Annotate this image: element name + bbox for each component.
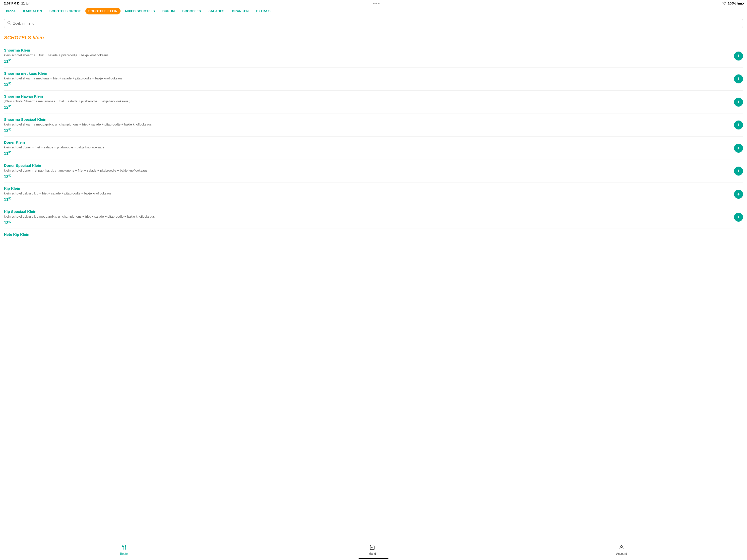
add-item-button[interactable]: +: [734, 121, 743, 129]
menu-item-desc: klein schotel shoarma + friet + salade +…: [4, 53, 730, 57]
category-nav[interactable]: PIZZAKAPSALONSCHOTELS grootSCHOTELS klei…: [0, 6, 747, 16]
battery-icon: [738, 2, 743, 5]
nav-item-salades[interactable]: SALADES: [205, 8, 227, 15]
menu-item-content: Shoarma Klein klein schotel shoarma + fr…: [4, 48, 734, 64]
menu-item-content: Kip Speciaal Klein klein schotel gekruid…: [4, 209, 734, 225]
menu-list: Shoarma Klein klein schotel shoarma + fr…: [4, 45, 743, 241]
nav-item-extras[interactable]: EXTRA'S: [253, 8, 274, 15]
add-item-button[interactable]: +: [734, 190, 743, 199]
status-right: 100%: [722, 1, 743, 5]
menu-item: Kip Klein klein schotel gekruid kip + fr…: [4, 183, 743, 206]
menu-item: Doner Speciaal Klein klein schotel doner…: [4, 160, 743, 183]
nav-item-broodjes[interactable]: BROODJES: [179, 8, 204, 15]
menu-item-content: Shoarma Speciaal Klein klein schotel sho…: [4, 117, 734, 133]
add-item-button[interactable]: +: [734, 213, 743, 222]
menu-item-desc: klein schotel doner + friet + salade + p…: [4, 145, 730, 150]
menu-item: Shoarma Hawaii Klein ;Klein schotel Shoa…: [4, 91, 743, 114]
menu-item-content: Doner Speciaal Klein klein schotel doner…: [4, 163, 734, 179]
menu-item-desc: klein schotel gekruid kip + friet + sala…: [4, 191, 730, 196]
menu-item-desc: klein schotel shoarma met kaas + friet +…: [4, 76, 730, 81]
menu-item-content: Shoarma Hawaii Klein ;Klein schotel Shoa…: [4, 94, 734, 110]
menu-item-price: 1150: [4, 59, 730, 64]
menu-item: Shoarma Speciaal Klein klein schotel sho…: [4, 114, 743, 137]
menu-item-name: Doner Speciaal Klein: [4, 163, 730, 168]
nav-item-mixed-schotels[interactable]: MIXED Schotels: [122, 8, 158, 15]
menu-item-price: 1350: [4, 174, 730, 179]
menu-item-desc: ;Klein schotel Shoarma met ananas + frie…: [4, 99, 730, 104]
menu-item: Shoarma met kaas Klein klein schotel sho…: [4, 68, 743, 91]
nav-item-dranken[interactable]: DRANKEN: [229, 8, 252, 15]
menu-item: Shoarma Klein klein schotel shoarma + fr…: [4, 45, 743, 68]
menu-item: Doner Klein klein schotel doner + friet …: [4, 137, 743, 160]
nav-item-durum[interactable]: DURUM: [159, 8, 178, 15]
menu-item-content: Shoarma met kaas Klein klein schotel sho…: [4, 71, 734, 87]
menu-item-name: Shoarma Klein: [4, 48, 730, 52]
nav-item-schotels-klein[interactable]: SCHOTELS klein: [85, 8, 121, 15]
menu-item: Kip Speciaal Klein klein schotel gekruid…: [4, 206, 743, 229]
menu-item-name: Shoarma met kaas Klein: [4, 71, 730, 75]
menu-item-price: 1350: [4, 220, 730, 225]
menu-item-name: Doner Klein: [4, 140, 730, 145]
menu-item-price: 1250: [4, 105, 730, 110]
menu-item-price: 1250: [4, 82, 730, 87]
menu-item-price: 1150: [4, 197, 730, 202]
section-title: SCHOTELS klein: [4, 35, 743, 41]
search-bar: [0, 16, 747, 31]
menu-item-name: Shoarma Speciaal Klein: [4, 117, 730, 122]
nav-item-schotels-groot[interactable]: SCHOTELS groot: [46, 8, 84, 15]
menu-item: Hete Kip Klein: [4, 229, 743, 241]
menu-item-desc: klein schotel doner met paprika, ui, cha…: [4, 168, 730, 173]
search-icon: [7, 21, 11, 26]
add-item-button[interactable]: +: [734, 167, 743, 176]
menu-item-name: Shoarma Hawaii Klein: [4, 94, 730, 98]
menu-item-content: Doner Klein klein schotel doner + friet …: [4, 140, 734, 156]
status-center-dots: [373, 3, 380, 4]
menu-item-price: 1150: [4, 151, 730, 156]
search-input[interactable]: [13, 21, 740, 25]
wifi-icon: [722, 1, 726, 5]
menu-item-content: Kip Klein klein schotel gekruid kip + fr…: [4, 186, 734, 202]
menu-item-name: Hete Kip Klein: [4, 232, 739, 236]
battery-percent: 100%: [728, 1, 736, 5]
menu-item-desc: klein schotel gekruid kip met paprika, u…: [4, 214, 730, 219]
add-item-button[interactable]: +: [734, 52, 743, 60]
status-bar: 2:07 PM Di 11 jul. 100%: [0, 0, 747, 6]
menu-item-name: Kip Speciaal Klein: [4, 209, 730, 214]
status-time-date: 2:07 PM Di 11 jul.: [4, 1, 30, 5]
main-content: SCHOTELS klein Shoarma Klein klein schot…: [0, 31, 747, 261]
nav-item-kapsalon[interactable]: KAPSALON: [20, 8, 45, 15]
menu-item-desc: klein schotel shoarma met paprika, ui, c…: [4, 122, 730, 127]
add-item-button[interactable]: +: [734, 144, 743, 153]
nav-item-pizza[interactable]: PIZZA: [3, 8, 19, 15]
menu-item-price: 1350: [4, 128, 730, 133]
menu-item-name: Kip Klein: [4, 186, 730, 190]
add-item-button[interactable]: +: [734, 74, 743, 83]
add-item-button[interactable]: +: [734, 98, 743, 107]
